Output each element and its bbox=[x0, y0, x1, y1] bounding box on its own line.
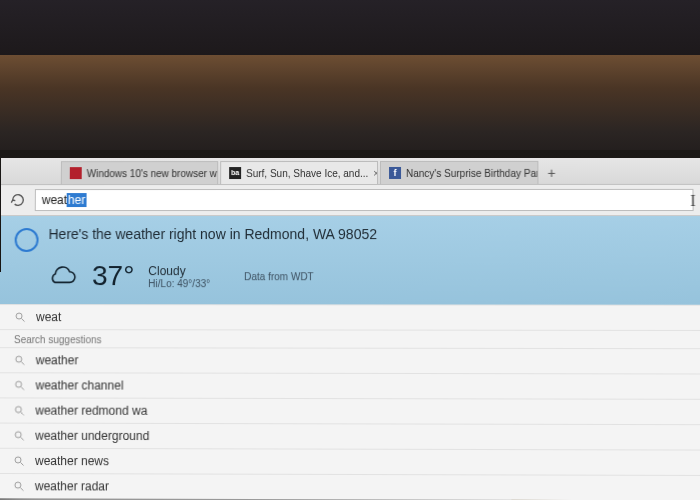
svg-point-4 bbox=[16, 381, 22, 387]
suggestion-top[interactable]: weat bbox=[0, 304, 700, 330]
suggestion-item[interactable]: weather channel bbox=[0, 372, 700, 399]
svg-line-13 bbox=[20, 488, 23, 491]
svg-point-6 bbox=[15, 406, 21, 412]
favicon-facebook: f bbox=[389, 167, 401, 179]
reload-icon bbox=[10, 192, 26, 208]
suggestion-text: weather underground bbox=[35, 429, 149, 443]
address-typed: weat bbox=[42, 193, 67, 207]
suggestion-text: weather bbox=[36, 353, 79, 367]
tab-label: Windows 10's new browser w... bbox=[87, 168, 219, 179]
condition: Cloudy bbox=[148, 264, 210, 278]
svg-line-11 bbox=[21, 462, 24, 465]
nav-bar: weather I bbox=[1, 185, 700, 216]
tab-label: Surf, Sun, Shave Ice, and... bbox=[246, 167, 368, 178]
address-autocomplete: her bbox=[67, 193, 86, 207]
cloud-icon bbox=[44, 264, 78, 288]
svg-line-5 bbox=[21, 387, 24, 390]
search-icon bbox=[14, 354, 26, 366]
suggestion-text: weather redmond wa bbox=[35, 404, 147, 418]
tab-1[interactable]: ba Surf, Sun, Shave Ice, and... × bbox=[220, 161, 378, 184]
suggestion-item[interactable]: weather radar bbox=[0, 473, 700, 500]
cortana-answer-card: Here's the weather right now in Redmond,… bbox=[0, 216, 700, 305]
suggestion-text: weather channel bbox=[36, 378, 124, 392]
tab-label: Nancy's Surprise Birthday Par... bbox=[406, 167, 538, 178]
svg-line-9 bbox=[21, 437, 24, 440]
search-icon bbox=[14, 311, 26, 323]
favicon-ba: ba bbox=[229, 167, 241, 179]
reload-button[interactable] bbox=[9, 191, 27, 209]
suggestion-text: weat bbox=[36, 310, 61, 324]
tab-0[interactable]: Windows 10's new browser w... bbox=[61, 161, 218, 184]
suggestion-item[interactable]: weather underground bbox=[0, 423, 700, 450]
suggestion-item[interactable]: weather bbox=[0, 347, 700, 373]
suggestion-text: weather radar bbox=[35, 479, 109, 493]
cortana-icon bbox=[15, 228, 39, 252]
suggestion-section-label: Search suggestions bbox=[0, 329, 700, 348]
suggestion-item[interactable]: weather news bbox=[0, 448, 700, 475]
suggestion-list: weat Search suggestions weatherweather c… bbox=[0, 304, 700, 500]
browser-window: Windows 10's new browser w... ba Surf, S… bbox=[0, 158, 700, 500]
search-icon bbox=[14, 379, 26, 391]
close-icon[interactable]: × bbox=[373, 167, 378, 178]
tab-bar: Windows 10's new browser w... ba Surf, S… bbox=[1, 158, 700, 185]
suggestion-text: weather news bbox=[35, 454, 109, 468]
search-icon bbox=[13, 480, 25, 492]
new-tab-button[interactable]: + bbox=[540, 162, 562, 184]
page-glyph: I bbox=[690, 192, 696, 210]
temperature: 37° bbox=[92, 260, 134, 292]
favicon-vivaldi bbox=[70, 167, 82, 179]
svg-point-2 bbox=[16, 356, 22, 362]
tab-2[interactable]: f Nancy's Surprise Birthday Par... bbox=[380, 161, 538, 184]
svg-line-3 bbox=[21, 362, 24, 365]
svg-point-0 bbox=[16, 313, 22, 319]
suggestion-item[interactable]: weather redmond wa bbox=[0, 397, 700, 424]
svg-line-7 bbox=[21, 412, 24, 415]
data-source: Data from WDT bbox=[244, 271, 314, 282]
search-icon bbox=[13, 404, 25, 416]
svg-point-12 bbox=[15, 482, 21, 488]
svg-point-10 bbox=[15, 457, 21, 463]
svg-line-1 bbox=[22, 319, 25, 322]
hi-lo: Hi/Lo: 49°/33° bbox=[148, 278, 210, 289]
cortana-headline: Here's the weather right now in Redmond,… bbox=[48, 226, 377, 242]
search-icon bbox=[13, 430, 25, 442]
address-bar[interactable]: weather bbox=[35, 189, 694, 211]
search-icon bbox=[13, 455, 25, 467]
svg-point-8 bbox=[15, 432, 21, 438]
